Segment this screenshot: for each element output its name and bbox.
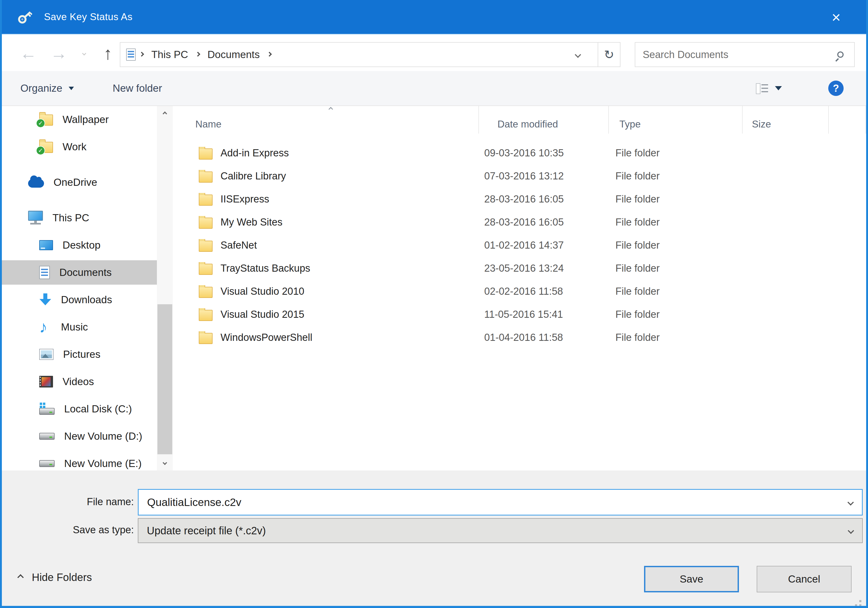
sidebar-item-desktop[interactable]: Desktop — [2, 233, 157, 257]
resize-grip[interactable] — [859, 600, 861, 602]
sidebar-item-label: Local Disk (C:) — [64, 403, 132, 415]
date-modified-cell: 01-02-2016 14:37 — [479, 240, 609, 251]
sidebar-item-videos[interactable]: Videos — [2, 369, 157, 394]
file-name-cell: SafeNet — [220, 240, 257, 251]
file-name-cell: Visual Studio 2015 — [220, 309, 304, 320]
sidebar-scrollbar[interactable] — [157, 106, 173, 470]
new-folder-label: New folder — [113, 82, 162, 94]
change-view-button[interactable] — [756, 71, 782, 105]
file-name-cell: WindowsPowerShell — [220, 332, 312, 343]
help-button[interactable]: ? — [828, 81, 844, 96]
date-modified-cell: 28-03-2016 16:05 — [479, 217, 609, 228]
refresh-button[interactable]: ↻ — [598, 42, 620, 67]
folder-icon — [199, 195, 212, 206]
file-row[interactable]: WindowsPowerShell 01-04-2016 11:58 File … — [173, 326, 866, 349]
close-button[interactable]: × — [819, 0, 853, 34]
address-dropdown-button[interactable] — [569, 42, 586, 67]
navigation-bar: ← → ↑ This PC Documents ↻ — [2, 34, 866, 71]
cancel-button[interactable]: Cancel — [757, 566, 852, 592]
folder-icon — [199, 217, 212, 229]
scrollbar-thumb[interactable] — [157, 304, 172, 454]
date-modified-cell: 07-03-2016 13:12 — [479, 171, 609, 182]
column-headers: Name Date modified Type Size — [173, 106, 866, 133]
up-button[interactable]: ↑ — [93, 35, 122, 72]
sidebar-item-label: Music — [61, 321, 88, 333]
sidebar-item-this-pc[interactable]: This PC — [2, 206, 157, 230]
history-dropdown-icon[interactable] — [76, 35, 92, 72]
sidebar-item-onedrive[interactable]: OneDrive — [2, 170, 157, 195]
folder-icon — [199, 149, 212, 160]
hide-folders-button[interactable]: Hide Folders — [18, 566, 92, 589]
search-box[interactable] — [635, 42, 855, 67]
folder-icon — [199, 333, 212, 344]
sidebar-item-downloads[interactable]: Downloads — [2, 288, 157, 312]
downloads-icon — [39, 293, 51, 307]
window-border-right — [866, 0, 868, 608]
file-name-input[interactable] — [139, 496, 848, 509]
sidebar-item-label: New Volume (E:) — [64, 458, 142, 469]
breadcrumb-this-pc[interactable]: This PC — [147, 49, 192, 60]
file-row[interactable]: My Web Sites 28-03-2016 16:05 File folde… — [173, 211, 866, 234]
sidebar-item-new-volume-e[interactable]: New Volume (E:) — [2, 451, 157, 470]
column-header-name[interactable]: Name — [173, 106, 479, 133]
file-row[interactable]: TrayStatus Backups 23-05-2016 13:24 File… — [173, 257, 866, 280]
file-name-cell: Visual Studio 2010 — [220, 286, 304, 297]
date-modified-cell: 02-02-2016 11:58 — [479, 286, 609, 297]
file-row[interactable]: IISExpress 28-03-2016 16:05 File folder — [173, 188, 866, 211]
save-as-type-select[interactable]: Update receipt file (*.c2v) — [138, 518, 863, 543]
address-bar[interactable]: This PC Documents — [120, 42, 598, 67]
command-toolbar: Organize New folder ? — [2, 71, 866, 106]
document-location-icon — [126, 48, 136, 61]
column-header-date-modified[interactable]: Date modified — [479, 106, 609, 133]
new-folder-button[interactable]: New folder — [113, 71, 162, 105]
breadcrumb-documents[interactable]: Documents — [204, 49, 264, 60]
folder-icon — [199, 240, 212, 252]
type-cell: File folder — [609, 332, 742, 343]
window-border-left — [0, 0, 2, 608]
key-icon — [16, 8, 34, 26]
file-row[interactable]: Visual Studio 2015 11-05-2016 15:41 File… — [173, 303, 866, 326]
organize-label: Organize — [20, 82, 62, 94]
scroll-up-icon[interactable] — [157, 106, 173, 121]
file-row[interactable]: Add-in Express 09-03-2016 10:35 File fol… — [173, 141, 866, 164]
folder-icon — [199, 310, 212, 321]
sidebar-item-documents[interactable]: Documents — [2, 260, 157, 285]
onedrive-cloud-icon — [28, 179, 44, 188]
sort-ascending-icon — [329, 107, 332, 112]
videos-icon — [39, 376, 53, 388]
back-button[interactable]: ← — [14, 35, 43, 72]
type-cell: File folder — [609, 309, 742, 320]
file-name-dropdown-icon[interactable] — [847, 499, 854, 506]
music-icon — [39, 320, 51, 335]
scroll-down-icon[interactable] — [157, 455, 173, 470]
file-row[interactable]: SafeNet 01-02-2016 14:37 File folder — [173, 234, 866, 257]
file-name-combobox[interactable] — [138, 489, 863, 515]
title-bar[interactable]: Save Key Status As × — [0, 0, 868, 34]
window-border-bottom — [0, 606, 868, 608]
date-modified-cell: 11-05-2016 15:41 — [479, 309, 609, 320]
file-name-cell: IISExpress — [220, 194, 269, 205]
sidebar-item-label: Work — [62, 141, 87, 153]
organize-button[interactable]: Organize — [20, 71, 74, 105]
type-cell: File folder — [609, 263, 742, 274]
file-row[interactable]: Calibre Library 07-03-2016 13:12 File fo… — [173, 164, 866, 188]
forward-button[interactable]: → — [44, 35, 73, 72]
sidebar-item-pictures[interactable]: Pictures — [2, 342, 157, 366]
column-header-size[interactable]: Size — [742, 106, 829, 133]
file-name-cell: TrayStatus Backups — [220, 263, 310, 274]
sidebar-item-wallpaper[interactable]: Wallpaper — [2, 107, 157, 132]
search-input[interactable] — [635, 49, 837, 60]
column-header-type[interactable]: Type — [609, 106, 742, 133]
sidebar-item-music[interactable]: Music — [2, 315, 157, 339]
file-name-label: File name: — [28, 496, 134, 507]
sidebar-item-local-disk-c[interactable]: Local Disk (C:) — [2, 397, 157, 421]
date-modified-cell: 01-04-2016 11:58 — [479, 332, 609, 343]
save-button[interactable]: Save — [644, 566, 739, 592]
sidebar-item-work[interactable]: Work — [2, 135, 157, 159]
folder-icon — [199, 287, 212, 298]
sidebar-item-new-volume-d[interactable]: New Volume (D:) — [2, 424, 157, 448]
folder-sync-icon — [39, 115, 53, 126]
sidebar-item-label: Pictures — [63, 349, 101, 360]
file-row[interactable]: Visual Studio 2010 02-02-2016 11:58 File… — [173, 280, 866, 303]
type-cell: File folder — [609, 217, 742, 228]
